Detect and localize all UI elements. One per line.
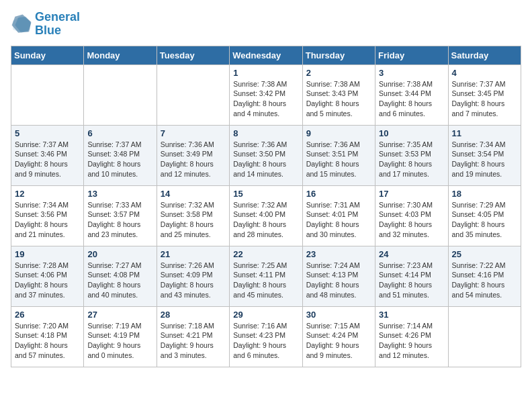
calendar-cell: 29Sunrise: 7:16 AM Sunset: 4:23 PM Dayli… — [230, 306, 302, 367]
day-number: 16 — [306, 189, 371, 199]
day-info: Sunrise: 7:20 AM Sunset: 4:18 PM Dayligh… — [15, 321, 80, 361]
calendar-cell: 11Sunrise: 7:34 AM Sunset: 3:54 PM Dayli… — [448, 125, 521, 185]
day-number: 13 — [87, 189, 152, 199]
day-info: Sunrise: 7:18 AM Sunset: 4:21 PM Dayligh… — [161, 321, 226, 361]
day-info: Sunrise: 7:36 AM Sunset: 3:51 PM Dayligh… — [306, 140, 371, 179]
day-info: Sunrise: 7:23 AM Sunset: 4:14 PM Dayligh… — [379, 261, 444, 300]
weekday-header-monday: Monday — [84, 46, 157, 64]
day-number: 31 — [379, 310, 444, 320]
day-number: 24 — [379, 249, 444, 259]
day-number: 7 — [161, 128, 226, 138]
calendar-cell: 23Sunrise: 7:24 AM Sunset: 4:13 PM Dayli… — [302, 246, 375, 306]
day-info: Sunrise: 7:38 AM Sunset: 3:44 PM Dayligh… — [379, 79, 444, 119]
calendar-cell: 22Sunrise: 7:25 AM Sunset: 4:11 PM Dayli… — [230, 246, 302, 306]
calendar-cell: 24Sunrise: 7:23 AM Sunset: 4:14 PM Dayli… — [375, 246, 448, 306]
calendar-cell: 15Sunrise: 7:32 AM Sunset: 4:00 PM Dayli… — [230, 185, 302, 246]
day-info: Sunrise: 7:19 AM Sunset: 4:19 PM Dayligh… — [87, 321, 152, 361]
day-number: 12 — [15, 189, 80, 199]
calendar-cell: 27Sunrise: 7:19 AM Sunset: 4:19 PM Dayli… — [84, 306, 157, 367]
calendar-cell: 26Sunrise: 7:20 AM Sunset: 4:18 PM Dayli… — [11, 306, 84, 367]
day-info: Sunrise: 7:37 AM Sunset: 3:45 PM Dayligh… — [452, 79, 517, 119]
day-info: Sunrise: 7:22 AM Sunset: 4:16 PM Dayligh… — [452, 261, 517, 300]
day-number: 4 — [452, 68, 517, 78]
calendar-cell: 2Sunrise: 7:38 AM Sunset: 3:43 PM Daylig… — [302, 64, 375, 125]
calendar-cell — [448, 306, 521, 367]
day-number: 10 — [379, 128, 444, 138]
day-info: Sunrise: 7:15 AM Sunset: 4:24 PM Dayligh… — [306, 321, 371, 361]
logo-icon — [11, 13, 32, 35]
day-info: Sunrise: 7:16 AM Sunset: 4:23 PM Dayligh… — [233, 321, 298, 361]
calendar-cell: 5Sunrise: 7:37 AM Sunset: 3:46 PM Daylig… — [11, 125, 84, 185]
calendar-table: SundayMondayTuesdayWednesdayThursdayFrid… — [11, 46, 521, 367]
calendar-cell: 3Sunrise: 7:38 AM Sunset: 3:44 PM Daylig… — [375, 64, 448, 125]
day-info: Sunrise: 7:34 AM Sunset: 3:54 PM Dayligh… — [452, 140, 517, 179]
calendar-cell: 31Sunrise: 7:14 AM Sunset: 4:26 PM Dayli… — [375, 306, 448, 367]
calendar-cell — [11, 64, 84, 125]
day-info: Sunrise: 7:26 AM Sunset: 4:09 PM Dayligh… — [161, 261, 226, 300]
calendar-cell: 12Sunrise: 7:34 AM Sunset: 3:56 PM Dayli… — [11, 185, 84, 246]
calendar-cell: 16Sunrise: 7:31 AM Sunset: 4:01 PM Dayli… — [302, 185, 375, 246]
calendar-cell: 4Sunrise: 7:37 AM Sunset: 3:45 PM Daylig… — [448, 64, 521, 125]
calendar-cell: 10Sunrise: 7:35 AM Sunset: 3:53 PM Dayli… — [375, 125, 448, 185]
logo: GeneralBlue — [11, 11, 80, 38]
day-number: 11 — [452, 128, 517, 138]
day-info: Sunrise: 7:30 AM Sunset: 4:03 PM Dayligh… — [379, 200, 444, 240]
day-info: Sunrise: 7:35 AM Sunset: 3:53 PM Dayligh… — [379, 140, 444, 179]
day-number: 18 — [452, 189, 517, 199]
calendar-cell: 17Sunrise: 7:30 AM Sunset: 4:03 PM Dayli… — [375, 185, 448, 246]
day-info: Sunrise: 7:24 AM Sunset: 4:13 PM Dayligh… — [306, 261, 371, 300]
calendar-cell: 8Sunrise: 7:36 AM Sunset: 3:50 PM Daylig… — [230, 125, 302, 185]
day-info: Sunrise: 7:29 AM Sunset: 4:05 PM Dayligh… — [452, 200, 517, 240]
day-info: Sunrise: 7:36 AM Sunset: 3:50 PM Dayligh… — [233, 140, 298, 179]
day-number: 6 — [87, 128, 152, 138]
day-number: 28 — [161, 310, 226, 320]
day-info: Sunrise: 7:27 AM Sunset: 4:08 PM Dayligh… — [87, 261, 152, 300]
weekday-header-thursday: Thursday — [302, 46, 375, 64]
weekday-header-wednesday: Wednesday — [230, 46, 302, 64]
day-number: 21 — [161, 249, 226, 259]
day-number: 8 — [233, 128, 298, 138]
day-number: 20 — [87, 249, 152, 259]
day-number: 14 — [161, 189, 226, 199]
day-number: 3 — [379, 68, 444, 78]
weekday-header-sunday: Sunday — [11, 46, 84, 64]
calendar-cell: 6Sunrise: 7:37 AM Sunset: 3:48 PM Daylig… — [84, 125, 157, 185]
day-info: Sunrise: 7:37 AM Sunset: 3:48 PM Dayligh… — [87, 140, 152, 179]
weekday-header-friday: Friday — [375, 46, 448, 64]
day-number: 30 — [306, 310, 371, 320]
calendar-cell: 18Sunrise: 7:29 AM Sunset: 4:05 PM Dayli… — [448, 185, 521, 246]
calendar-cell: 28Sunrise: 7:18 AM Sunset: 4:21 PM Dayli… — [157, 306, 229, 367]
day-info: Sunrise: 7:37 AM Sunset: 3:46 PM Dayligh… — [15, 140, 80, 179]
calendar-cell: 20Sunrise: 7:27 AM Sunset: 4:08 PM Dayli… — [84, 246, 157, 306]
day-number: 17 — [379, 189, 444, 199]
day-number: 1 — [233, 68, 298, 78]
day-info: Sunrise: 7:34 AM Sunset: 3:56 PM Dayligh… — [15, 200, 80, 240]
day-number: 29 — [233, 310, 298, 320]
calendar-cell: 9Sunrise: 7:36 AM Sunset: 3:51 PM Daylig… — [302, 125, 375, 185]
calendar-cell: 21Sunrise: 7:26 AM Sunset: 4:09 PM Dayli… — [157, 246, 229, 306]
day-info: Sunrise: 7:36 AM Sunset: 3:49 PM Dayligh… — [161, 140, 226, 179]
day-info: Sunrise: 7:32 AM Sunset: 3:58 PM Dayligh… — [161, 200, 226, 240]
day-info: Sunrise: 7:38 AM Sunset: 3:43 PM Dayligh… — [306, 79, 371, 119]
day-number: 19 — [15, 249, 80, 259]
day-number: 5 — [15, 128, 80, 138]
day-info: Sunrise: 7:25 AM Sunset: 4:11 PM Dayligh… — [233, 261, 298, 300]
day-info: Sunrise: 7:31 AM Sunset: 4:01 PM Dayligh… — [306, 200, 371, 240]
day-number: 25 — [452, 249, 517, 259]
day-info: Sunrise: 7:33 AM Sunset: 3:57 PM Dayligh… — [87, 200, 152, 240]
day-number: 23 — [306, 249, 371, 259]
calendar-cell — [157, 64, 229, 125]
day-info: Sunrise: 7:28 AM Sunset: 4:06 PM Dayligh… — [15, 261, 80, 300]
weekday-header-saturday: Saturday — [448, 46, 521, 64]
calendar-cell: 30Sunrise: 7:15 AM Sunset: 4:24 PM Dayli… — [302, 306, 375, 367]
day-number: 26 — [15, 310, 80, 320]
day-number: 15 — [233, 189, 298, 199]
calendar-cell: 19Sunrise: 7:28 AM Sunset: 4:06 PM Dayli… — [11, 246, 84, 306]
day-info: Sunrise: 7:38 AM Sunset: 3:42 PM Dayligh… — [233, 79, 298, 119]
page-header: GeneralBlue — [11, 11, 521, 38]
day-number: 2 — [306, 68, 371, 78]
day-info: Sunrise: 7:14 AM Sunset: 4:26 PM Dayligh… — [379, 321, 444, 361]
calendar-cell: 25Sunrise: 7:22 AM Sunset: 4:16 PM Dayli… — [448, 246, 521, 306]
weekday-header-tuesday: Tuesday — [157, 46, 229, 64]
calendar-cell: 1Sunrise: 7:38 AM Sunset: 3:42 PM Daylig… — [230, 64, 302, 125]
